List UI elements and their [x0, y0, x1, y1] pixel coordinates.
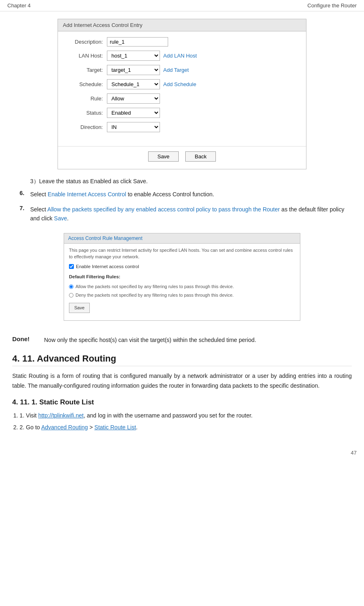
done-block: Done! Now only the specific host(s) can … — [12, 335, 352, 344]
step3-as: as click — [113, 178, 131, 184]
step7-period: . — [67, 215, 69, 222]
step6-rest: to enable Access Control function. — [128, 191, 214, 198]
save-button[interactable]: Save — [148, 151, 179, 162]
section411-heading: 4. 11. Advanced Routing — [12, 353, 352, 366]
status-select-wrap: Enabled — [107, 108, 160, 118]
screenshot-body: This page you can restrict Internet acti… — [64, 244, 300, 316]
allow-radio[interactable] — [69, 284, 73, 289]
rule-label: Rule: — [62, 95, 107, 102]
step2-gt: > — [88, 424, 94, 431]
step7-text: Select Allow the packets specified by an… — [30, 205, 352, 223]
step1-prefix: 1. Visit — [20, 412, 37, 419]
schedule-row: Schedule: Schedule_1 Add Schedule — [62, 79, 302, 89]
deny-radio[interactable] — [69, 293, 73, 297]
done-label: Done! — [12, 335, 37, 344]
back-button[interactable]: Back — [185, 151, 216, 162]
description-field[interactable] — [107, 37, 168, 47]
access-control-screenshot: Access Control Rule Management This page… — [64, 233, 300, 321]
step6-text: Select Enable Internet Access Control to… — [30, 190, 214, 199]
screenshot-desc: This page you can restrict Internet acti… — [69, 247, 295, 260]
step7-save: Save — [54, 215, 67, 222]
screenshot-title: Access Control Rule Management — [64, 233, 300, 244]
step3-enabled: Enabled — [90, 178, 111, 184]
direction-row: Direction: IN — [62, 122, 302, 132]
step6-block: 6. Select Enable Internet Access Control… — [12, 190, 352, 199]
target-select-wrap: target_1 Add Target — [107, 65, 189, 75]
form-title: Add Internet Access Control Entry — [58, 19, 306, 31]
subsection4111-heading: 4. 11. 1. Static Route List — [12, 398, 352, 406]
deny-radio-label: Deny the packets not specified by any fi… — [75, 291, 234, 299]
direction-select[interactable]: IN — [107, 122, 160, 132]
enable-access-control-row: Enable Internet access control — [69, 263, 295, 271]
step3-prefix: 3）Leave the status as — [30, 178, 89, 184]
lan-host-select[interactable]: host_1 — [107, 51, 160, 61]
lan-host-row: LAN Host: host_1 Add LAN Host — [62, 51, 302, 61]
schedule-select-wrap: Schedule_1 Add Schedule — [107, 79, 196, 89]
radio2-row: Deny the packets not specified by any fi… — [69, 291, 295, 299]
radio1-row: Allow the packets not specified by any f… — [69, 283, 295, 291]
description-input[interactable] — [107, 37, 168, 47]
allow-radio-label: Allow the packets not specified by any f… — [75, 283, 234, 291]
step2-prefix: 2. Go to — [20, 424, 40, 431]
page-number: 47 — [0, 446, 364, 459]
lan-host-label: LAN Host: — [62, 53, 107, 59]
rule-row: Rule: Allow — [62, 93, 302, 104]
description-row: Description: — [62, 37, 302, 47]
screenshot-save-btn[interactable]: Save — [69, 303, 90, 313]
schedule-label: Schedule: — [62, 81, 107, 87]
static-route-list-link[interactable]: Static Route List — [94, 424, 136, 431]
section-label: Configure the Router — [307, 2, 357, 9]
page-header: Chapter 4 Configure the Router — [0, 0, 364, 11]
step7-block: 7. Select Allow the packets specified by… — [12, 205, 352, 223]
step6-link: Enable Internet Access Control — [48, 191, 126, 198]
status-select[interactable]: Enabled — [107, 108, 160, 118]
step3-save: Save — [133, 178, 146, 184]
lan-host-select-wrap: host_1 Add LAN Host — [107, 51, 197, 61]
default-filter-label: Default Filtering Rules: — [69, 273, 295, 281]
description-label: Description: — [62, 39, 107, 45]
static-route-step2: 2. Go to Advanced Routing > Static Route… — [20, 422, 352, 433]
chapter-label: Chapter 4 — [7, 2, 31, 9]
target-select[interactable]: target_1 — [107, 65, 160, 75]
add-schedule-link[interactable]: Add Schedule — [163, 81, 196, 87]
rule-select-wrap: Allow — [107, 93, 160, 104]
section411-body: Static Routing is a form of routing that… — [12, 371, 352, 391]
status-row: Status: Enabled — [62, 108, 302, 118]
target-row: Target: target_1 Add Target — [62, 65, 302, 75]
status-label: Status: — [62, 110, 107, 116]
advanced-routing-link[interactable]: Advanced Routing — [41, 424, 88, 431]
tplinkwifi-link[interactable]: http://tplinkwifi.net — [38, 412, 84, 419]
step3-period: . — [146, 178, 148, 184]
enable-access-control-checkbox[interactable] — [69, 264, 74, 269]
step7-link: Allow the packets specified by any enabl… — [47, 206, 280, 213]
add-lan-host-link[interactable]: Add LAN Host — [163, 53, 197, 59]
direction-label: Direction: — [62, 124, 107, 130]
direction-select-wrap: IN — [107, 122, 160, 132]
static-route-steps: 1. Visit http://tplinkwifi.net, and log … — [20, 411, 352, 433]
step6-num: 6. — [20, 190, 30, 199]
static-route-step1: 1. Visit http://tplinkwifi.net, and log … — [20, 411, 352, 421]
step1-suffix: , and log in with the username and passw… — [84, 412, 253, 419]
add-target-link[interactable]: Add Target — [163, 67, 189, 73]
enable-access-control-label: Enable Internet access control — [76, 263, 139, 271]
rule-select[interactable]: Allow — [107, 93, 160, 104]
schedule-select[interactable]: Schedule_1 — [107, 79, 160, 89]
done-text: Now only the specific host(s) can visit … — [44, 335, 256, 344]
form-buttons: Save Back — [58, 146, 306, 162]
add-access-control-form: Add Internet Access Control Entry Descri… — [58, 19, 306, 169]
step3-note: 3）Leave the status as Enabled as click S… — [12, 177, 352, 186]
target-label: Target: — [62, 67, 107, 73]
step7-prefix: Select — [30, 206, 46, 213]
step6-prefix: Select — [30, 191, 46, 198]
step2-period: . — [136, 424, 138, 431]
step7-num: 7. — [20, 205, 30, 223]
